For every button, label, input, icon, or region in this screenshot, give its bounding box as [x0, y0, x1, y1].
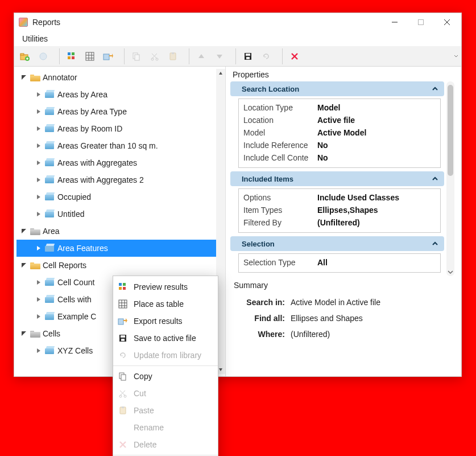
- prop-value[interactable]: No: [317, 153, 328, 162]
- globe-button[interactable]: [35, 48, 52, 64]
- expander-icon[interactable]: [35, 313, 43, 321]
- expander-icon[interactable]: [35, 159, 43, 167]
- tree-item-area-features[interactable]: Area Features: [16, 240, 216, 257]
- tree-item[interactable]: Occupied: [16, 188, 216, 206]
- cm-paste: Paste: [113, 402, 218, 419]
- preview-results-button[interactable]: [63, 48, 80, 64]
- properties-scrollbar[interactable]: [446, 81, 454, 276]
- expander-icon[interactable]: [20, 330, 28, 338]
- cm-place-as-table[interactable]: Place as table: [113, 295, 218, 313]
- prop-value[interactable]: Model: [317, 103, 340, 112]
- expander-icon[interactable]: [35, 210, 43, 218]
- prop-value[interactable]: All: [317, 258, 328, 267]
- folder-icon: [30, 227, 40, 235]
- svg-rect-36: [123, 287, 126, 290]
- cm-label: Cut: [134, 389, 146, 398]
- svg-rect-21: [135, 55, 139, 60]
- cm-export-results[interactable]: Export results: [113, 313, 218, 330]
- tree-label: Occupied: [57, 192, 91, 202]
- paste-button[interactable]: [164, 48, 181, 64]
- prop-value[interactable]: No: [317, 141, 328, 150]
- report-icon: [45, 141, 55, 149]
- scroll-up-icon[interactable]: [216, 69, 225, 78]
- refresh-button[interactable]: [258, 48, 275, 64]
- tree-item[interactable]: Areas with Aggregates: [16, 154, 216, 171]
- expander-icon[interactable]: [20, 261, 28, 269]
- cm-copy[interactable]: Copy: [113, 368, 218, 385]
- report-icon: [45, 192, 55, 200]
- preview-icon: [118, 282, 128, 292]
- export-results-button[interactable]: [100, 48, 117, 64]
- toolbar-separator: [231, 48, 236, 64]
- delete-button[interactable]: [286, 48, 303, 64]
- cut-button[interactable]: [146, 48, 163, 64]
- minimize-button[interactable]: [382, 14, 408, 31]
- summary-key: Find all:: [234, 314, 285, 323]
- cm-label: Copy: [134, 372, 152, 381]
- expander-icon[interactable]: [35, 278, 43, 286]
- section-title: Search Location: [242, 85, 299, 93]
- cm-separator: [113, 365, 218, 366]
- toolbar-overflow[interactable]: [453, 48, 459, 64]
- report-icon: [45, 209, 55, 217]
- close-button[interactable]: [434, 14, 460, 31]
- move-down-button[interactable]: [211, 48, 228, 64]
- expander-icon[interactable]: [35, 142, 43, 150]
- tree-item[interactable]: Areas Greater than 10 sq m.: [16, 137, 216, 154]
- tree-item[interactable]: Areas with Aggregates 2: [16, 171, 216, 188]
- expander-icon[interactable]: [20, 227, 28, 235]
- prop-value[interactable]: Ellipses,Shapes: [317, 206, 378, 215]
- expander-icon[interactable]: [20, 73, 28, 81]
- cm-label: Delete: [134, 440, 156, 449]
- expander-icon[interactable]: [35, 125, 43, 133]
- folder-icon: [30, 73, 40, 81]
- expander-icon[interactable]: [35, 347, 43, 355]
- tree-label: Areas with Aggregates 2: [57, 175, 144, 184]
- maximize-button[interactable]: [408, 14, 434, 31]
- tree-label: Cell Reports: [43, 261, 86, 270]
- chevron-down-icon[interactable]: [448, 269, 453, 275]
- tree-folder-area[interactable]: Area: [16, 223, 216, 240]
- menu-utilities[interactable]: Utilities: [18, 32, 52, 45]
- prop-key: Include Cell Conte: [243, 153, 317, 162]
- prop-key: Item Types: [243, 206, 317, 215]
- section-header[interactable]: Included Items: [230, 171, 444, 186]
- prop-value[interactable]: (Unfiltered): [317, 218, 360, 227]
- expander-icon[interactable]: [35, 91, 43, 98]
- place-table-button[interactable]: [81, 48, 98, 64]
- section-header[interactable]: Selection: [230, 236, 444, 251]
- tree-item[interactable]: Areas by Area: [16, 86, 216, 103]
- new-folder-button[interactable]: [16, 48, 34, 64]
- tree-folder-cell-reports[interactable]: Cell Reports: [16, 257, 216, 274]
- summary-title: Summary: [234, 281, 454, 290]
- prop-value[interactable]: Include Used Classes: [317, 193, 399, 202]
- copy-button[interactable]: [128, 48, 145, 64]
- tree-item[interactable]: Areas by Room ID: [16, 120, 216, 137]
- section-body: OptionsInclude Used Classes Item TypesEl…: [238, 188, 441, 233]
- expander-icon[interactable]: [35, 244, 43, 252]
- expander-icon[interactable]: [35, 108, 43, 116]
- report-icon: [45, 124, 55, 132]
- report-icon: [45, 90, 55, 98]
- svg-rect-14: [86, 52, 94, 60]
- tree-label: Example C: [57, 312, 96, 321]
- expander-icon[interactable]: [35, 193, 43, 201]
- tree-item[interactable]: Untitled: [16, 206, 216, 223]
- cm-preview-results[interactable]: Preview results: [113, 278, 218, 295]
- prop-value[interactable]: Active Model: [317, 128, 366, 137]
- expander-icon[interactable]: [35, 176, 43, 184]
- prop-key: Location Type: [243, 103, 317, 112]
- section-header[interactable]: Search Location: [230, 81, 444, 96]
- tree-item[interactable]: Areas by Area Type: [16, 103, 216, 120]
- move-up-button[interactable]: [193, 48, 210, 64]
- save-button[interactable]: [239, 48, 256, 64]
- cm-save-to-active-file[interactable]: Save to active file: [113, 330, 218, 347]
- prop-value[interactable]: Active file: [317, 116, 355, 125]
- prop-key: Model: [243, 128, 317, 137]
- scrollbar-thumb[interactable]: [448, 85, 453, 176]
- expander-icon[interactable]: [35, 295, 43, 303]
- report-icon: [45, 158, 55, 166]
- summary-value: (Unfiltered): [291, 330, 330, 339]
- section-selection: Selection Selection TypeAll: [230, 236, 444, 273]
- tree-folder-annotator[interactable]: Annotator: [16, 69, 216, 86]
